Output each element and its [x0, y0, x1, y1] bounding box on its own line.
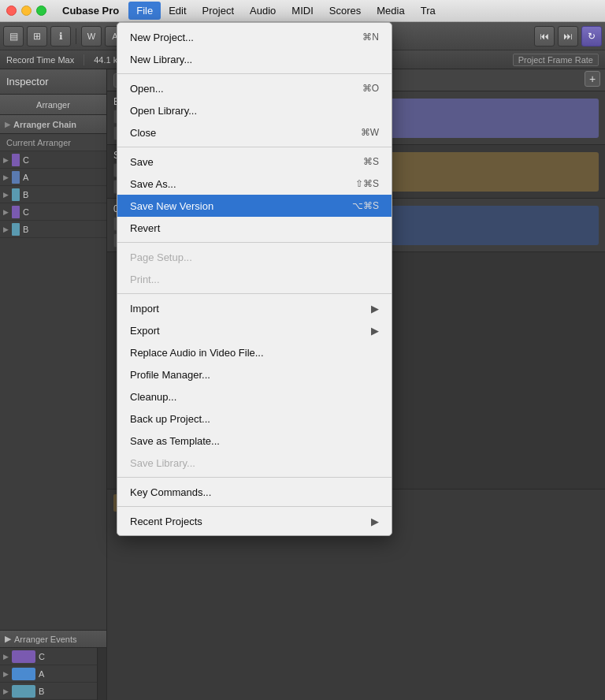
- menu-project[interactable]: Project: [195, 2, 242, 20]
- menu-save-as[interactable]: Save As... ⇧⌘S: [117, 173, 392, 195]
- menu-scores[interactable]: Scores: [321, 2, 369, 20]
- menu-key-commands[interactable]: Key Commands...: [117, 481, 392, 503]
- menubar: Cubase Pro File Edit Project Audio MIDI …: [0, 0, 605, 22]
- toolbar-right: ⏮ ⏭ ↻: [534, 26, 602, 47]
- inspector-panel: Inspector Arranger ▶ Arranger Chain Curr…: [0, 69, 107, 700]
- inspector-tab-arranger[interactable]: Arranger: [0, 95, 106, 115]
- play-icon: ▶: [3, 173, 9, 181]
- color-swatch: [12, 171, 20, 184]
- event-label: B: [39, 687, 44, 696]
- menu-export[interactable]: Export ▶: [117, 319, 392, 341]
- arranger-events-section: ▶ Arranger Events ▶ C ▶ A: [0, 630, 106, 700]
- inspector-tab-label: Arranger: [36, 100, 70, 110]
- arranger-events-header[interactable]: ▶ Arranger Events: [0, 631, 106, 648]
- menu-new-library[interactable]: New Library...: [117, 48, 392, 70]
- menu-save-library: Save Library...: [117, 452, 392, 474]
- event-item[interactable]: ▶ A: [0, 665, 97, 683]
- item-label: C: [23, 207, 29, 217]
- menu-transport[interactable]: Tra: [413, 2, 444, 20]
- maximize-button[interactable]: [36, 6, 46, 16]
- traffic-lights: [0, 6, 53, 16]
- events-section-title: Arranger Events: [14, 635, 76, 644]
- minimize-button[interactable]: [21, 6, 32, 16]
- fastforward-icon: ⏭: [563, 31, 573, 42]
- add-icon: +: [589, 73, 596, 85]
- menu-import[interactable]: Import ▶: [117, 297, 392, 319]
- menu-sep-4: [117, 293, 392, 294]
- add-track-button[interactable]: +: [585, 71, 600, 87]
- menu-recent-projects[interactable]: Recent Projects ▶: [117, 510, 392, 532]
- toolbar-play-btn[interactable]: ⏮: [534, 26, 555, 47]
- menu-item-shortcut: ⌥⌘S: [352, 200, 379, 211]
- menu-item-label: New Library...: [130, 54, 192, 65]
- menu-sep-2: [117, 147, 392, 147]
- inspector-header: Inspector: [0, 69, 106, 95]
- list-item[interactable]: ▶ C: [0, 151, 106, 169]
- w-label: W: [87, 32, 95, 41]
- scrollbar-vertical[interactable]: [97, 648, 106, 700]
- event-item[interactable]: ▶ B: [0, 683, 97, 700]
- menu-cleanup[interactable]: Cleanup...: [117, 385, 392, 408]
- event-label: A: [39, 669, 44, 679]
- menu-item-label: Key Commands...: [130, 486, 211, 498]
- play-icon: ▶: [3, 653, 9, 661]
- event-item[interactable]: ▶ C: [0, 648, 97, 665]
- inspector-icon: ▤: [9, 31, 18, 42]
- play-icon: ▶: [3, 225, 9, 233]
- menu-item-label: Recent Projects: [130, 516, 202, 527]
- menu-edit[interactable]: Edit: [161, 2, 194, 20]
- close-button[interactable]: [6, 6, 17, 16]
- toolbar-w-btn[interactable]: W: [81, 26, 102, 47]
- list-item[interactable]: ▶ A: [0, 169, 106, 186]
- menu-item-label: Back up Project...: [130, 413, 210, 425]
- list-item[interactable]: ▶ B: [0, 221, 106, 238]
- menu-item-label: Open Library...: [130, 105, 197, 117]
- menu-item-label: Export: [130, 325, 160, 337]
- menu-midi[interactable]: MIDI: [284, 2, 321, 20]
- menu-save-new-version[interactable]: Save New Version ⌥⌘S: [117, 195, 392, 217]
- menu-save[interactable]: Save ⌘S: [117, 151, 392, 173]
- menu-file[interactable]: File: [128, 2, 161, 20]
- menu-audio[interactable]: Audio: [242, 2, 284, 20]
- menu-media[interactable]: Media: [369, 2, 412, 20]
- visibility-icon: ⊞: [33, 31, 41, 42]
- menu-item-label: New Project...: [130, 32, 194, 43]
- list-item[interactable]: ▶ C: [0, 203, 106, 221]
- menu-item-shortcut: ⇧⌘S: [355, 178, 379, 189]
- menu-item-shortcut: ⌘N: [362, 32, 379, 43]
- menu-item-label: Import: [130, 303, 159, 315]
- menu-revert[interactable]: Revert: [117, 217, 392, 239]
- menu-profile-manager[interactable]: Profile Manager...: [117, 363, 392, 385]
- menu-item-label: Replace Audio in Video File...: [130, 347, 264, 359]
- record-time-label: Record Time Max: [6, 55, 74, 65]
- color-swatch: [12, 668, 35, 680]
- menu-sep-1: [117, 73, 392, 74]
- toolbar-transport-btn[interactable]: ℹ: [50, 26, 71, 47]
- section-arrow-icon: ▶: [5, 121, 10, 128]
- arranger-events-list: ▶ C ▶ A ▶ B: [0, 648, 106, 700]
- menu-open[interactable]: Open... ⌘O: [117, 77, 392, 99]
- inspector-section-arranger-chain[interactable]: ▶ Arranger Chain: [0, 115, 106, 134]
- menu-backup-project[interactable]: Back up Project...: [117, 408, 392, 430]
- menu-open-library[interactable]: Open Library...: [117, 99, 392, 121]
- color-swatch: [12, 206, 20, 218]
- submenu-arrow-icon: ▶: [371, 516, 379, 527]
- menu-save-template[interactable]: Save as Template...: [117, 430, 392, 452]
- menu-print: Print...: [117, 268, 392, 290]
- menu-close[interactable]: Close ⌘W: [117, 121, 392, 143]
- play-icon: ▶: [3, 156, 9, 164]
- menu-new-project[interactable]: New Project... ⌘N: [117, 26, 392, 48]
- menu-replace-audio[interactable]: Replace Audio in Video File...: [117, 341, 392, 363]
- toolbar-loop-btn[interactable]: ↻: [581, 26, 602, 47]
- submenu-arrow-icon: ▶: [371, 325, 379, 337]
- project-frame-rate[interactable]: Project Frame Rate: [513, 54, 599, 66]
- toolbar-visibility-btn[interactable]: ⊞: [27, 26, 47, 47]
- toolbar-ff-btn[interactable]: ⏭: [558, 26, 578, 47]
- subsection-label: Current Arranger: [6, 138, 71, 147]
- info-icon: ℹ: [59, 31, 63, 42]
- color-swatch: [12, 223, 20, 236]
- toolbar-inspector-btn[interactable]: ▤: [3, 26, 24, 47]
- list-item[interactable]: ▶ B: [0, 186, 106, 203]
- inspector-spacer: [0, 391, 106, 631]
- color-swatch: [12, 685, 35, 698]
